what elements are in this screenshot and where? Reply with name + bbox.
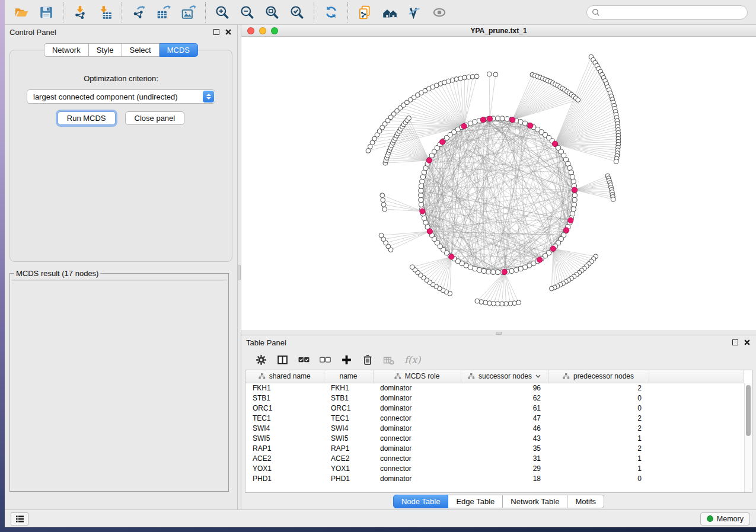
fx-icon: f(x) bbox=[404, 354, 420, 366]
tab-select[interactable]: Select bbox=[122, 43, 160, 57]
toolbar-group-import bbox=[63, 2, 122, 23]
mcds-result-group: MCDS result (17 nodes) PHD1CAR1STP4TID3Y… bbox=[9, 269, 229, 492]
table-row[interactable]: YOX1YOX1connector 291 bbox=[245, 463, 744, 473]
zoom-selected-button[interactable] bbox=[288, 4, 306, 21]
zoom-fit-icon bbox=[264, 5, 280, 20]
clone-network-button[interactable] bbox=[356, 4, 374, 21]
export-network-button[interactable] bbox=[130, 4, 148, 21]
memory-label: Memory bbox=[717, 515, 744, 523]
table-settings-button[interactable] bbox=[256, 354, 267, 366]
close-panel-icon[interactable] bbox=[225, 29, 231, 35]
save-floppy-icon bbox=[39, 5, 54, 20]
hide-style-button[interactable] bbox=[406, 4, 423, 21]
table-row[interactable]: STB1STB1dominator 620 bbox=[245, 393, 744, 403]
zoom-in-icon bbox=[215, 5, 230, 20]
tab-style[interactable]: Style bbox=[89, 43, 122, 57]
table-header-row: shared name name MCDS role successor nod… bbox=[245, 370, 744, 383]
criterion-selected-value: largest connected component (undirected) bbox=[33, 92, 178, 101]
table-row[interactable]: SWI4SWI4dominator 462 bbox=[245, 423, 744, 433]
table-row[interactable]: SWI5SWI5connector 431 bbox=[245, 433, 744, 443]
vertical-splitter[interactable] bbox=[237, 25, 241, 509]
toolbar-group-refresh bbox=[314, 2, 347, 23]
sort-chevron-icon bbox=[535, 374, 541, 378]
export-image-button[interactable] bbox=[180, 4, 197, 21]
import-table-icon bbox=[97, 5, 113, 20]
close-window-icon[interactable] bbox=[247, 27, 254, 34]
checked-checkboxes-icon bbox=[298, 357, 310, 363]
table-panel-title: Table Panel bbox=[246, 338, 286, 347]
export-table-button[interactable] bbox=[155, 4, 173, 21]
table-row[interactable]: ACE2ACE2connector 311 bbox=[245, 453, 744, 463]
tab-motifs[interactable]: Motifs bbox=[567, 495, 604, 508]
float-panel-icon[interactable] bbox=[732, 339, 738, 345]
tab-mcds[interactable]: MCDS bbox=[160, 43, 198, 57]
splitter-grip[interactable] bbox=[496, 332, 502, 335]
table-row[interactable]: RAP1RAP1dominator 352 bbox=[245, 443, 744, 453]
run-mcds-button[interactable]: Run MCDS bbox=[58, 111, 116, 125]
open-folder-icon bbox=[14, 4, 30, 20]
import-table-button[interactable] bbox=[96, 4, 114, 21]
function-builder-button[interactable]: f(x) bbox=[404, 354, 420, 366]
export-table-icon bbox=[156, 5, 171, 20]
close-panel-button[interactable]: Close panel bbox=[125, 111, 185, 125]
double-house-icon bbox=[382, 4, 398, 20]
show-all-networks-button[interactable] bbox=[381, 4, 398, 21]
network-canvas-area bbox=[241, 37, 756, 331]
delete-table-button[interactable] bbox=[383, 355, 394, 365]
unselect-all-columns-button[interactable] bbox=[320, 357, 331, 363]
zoom-in-button[interactable] bbox=[213, 4, 231, 21]
memory-button[interactable]: Memory bbox=[700, 512, 750, 525]
search-input[interactable] bbox=[603, 8, 742, 17]
table-panel: Table Panel bbox=[241, 335, 756, 509]
export-image-icon bbox=[181, 5, 196, 20]
mcds-result-item[interactable]: PHD1 bbox=[15, 280, 226, 281]
select-all-columns-button[interactable] bbox=[298, 357, 310, 363]
export-network-icon bbox=[131, 5, 146, 20]
delete-column-button[interactable] bbox=[362, 354, 373, 366]
tab-network[interactable]: Network bbox=[44, 43, 89, 57]
splitter-grip[interactable] bbox=[238, 265, 241, 280]
v-slash-icon bbox=[407, 5, 422, 20]
table-row[interactable]: ORC1ORC1dominator 610 bbox=[245, 403, 744, 413]
horizontal-splitter[interactable] bbox=[241, 331, 756, 335]
network-graph[interactable] bbox=[241, 37, 756, 330]
zoom-selected-icon bbox=[289, 5, 305, 20]
open-session-button[interactable] bbox=[12, 4, 30, 21]
column-header-mcds-role[interactable]: MCDS role bbox=[373, 370, 461, 383]
table-row[interactable]: FKH1FKH1dominator 962 bbox=[245, 383, 744, 393]
app-window: Control Panel Network Style Select MCDS … bbox=[5, 0, 756, 527]
table-row[interactable]: TEC1TEC1connector 472 bbox=[245, 413, 744, 423]
gear-icon bbox=[256, 354, 267, 366]
clone-network-file-icon bbox=[357, 5, 372, 20]
column-header-name[interactable]: name bbox=[324, 370, 373, 383]
close-panel-icon[interactable] bbox=[744, 339, 750, 345]
minimize-window-icon[interactable] bbox=[259, 27, 266, 34]
node-table: shared name name MCDS role successor nod… bbox=[245, 370, 744, 483]
zoom-fit-button[interactable] bbox=[263, 4, 281, 21]
zoom-out-button[interactable] bbox=[238, 4, 256, 21]
save-session-button[interactable] bbox=[37, 4, 55, 21]
table-scrollbar-thumb[interactable] bbox=[746, 385, 751, 436]
maximize-window-icon[interactable] bbox=[271, 27, 278, 34]
column-header-shared-name[interactable]: shared name bbox=[245, 370, 324, 383]
criterion-select[interactable]: largest connected component (undirected) bbox=[27, 89, 215, 104]
tab-edge-table[interactable]: Edge Table bbox=[448, 495, 503, 508]
delete-table-icon bbox=[383, 355, 394, 365]
task-history-button[interactable] bbox=[11, 512, 28, 525]
mcds-result-list[interactable]: PHD1CAR1STP4TID3YOX1SWI4SRD1PMA2FKH1ACE2… bbox=[12, 279, 227, 281]
show-columns-button[interactable] bbox=[277, 354, 288, 366]
search-box[interactable] bbox=[586, 5, 748, 20]
graphics-details-button[interactable] bbox=[430, 4, 448, 21]
table-row[interactable]: PHD1PHD1dominator 180 bbox=[245, 473, 744, 483]
column-header-predecessor-nodes[interactable]: predecessor nodes bbox=[548, 370, 649, 383]
float-panel-icon[interactable] bbox=[213, 29, 219, 35]
network-titlebar[interactable]: YPA_prune.txt_1 bbox=[241, 25, 756, 37]
column-header-successor-nodes[interactable]: successor nodes bbox=[461, 370, 548, 383]
tab-node-table[interactable]: Node Table bbox=[393, 495, 449, 508]
tab-network-table[interactable]: Network Table bbox=[503, 495, 567, 508]
refresh-button[interactable] bbox=[322, 4, 340, 21]
column-header-filler bbox=[649, 370, 744, 383]
table-scrollbar[interactable] bbox=[744, 383, 752, 492]
create-column-button[interactable] bbox=[341, 354, 352, 366]
import-network-button[interactable] bbox=[71, 4, 89, 21]
